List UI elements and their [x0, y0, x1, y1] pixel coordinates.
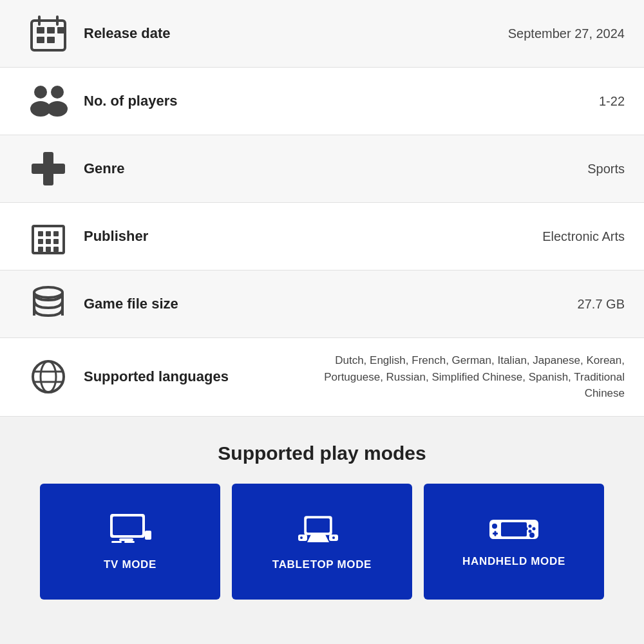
genre-icon — [19, 149, 77, 188]
svg-rect-34 — [111, 541, 122, 543]
svg-point-52 — [529, 533, 535, 538]
globe-icon — [19, 357, 77, 396]
svg-rect-18 — [38, 239, 43, 244]
handheld-mode-card[interactable]: HANDHELD MODE — [424, 484, 604, 600]
handheld-mode-icon — [488, 515, 540, 546]
info-row-genre: GenreSports — [0, 135, 644, 203]
svg-point-27 — [33, 361, 64, 392]
file-size-label: Game file size — [77, 296, 578, 312]
svg-rect-4 — [37, 37, 44, 43]
info-row-release-date: Release dateSeptember 27, 2024 — [0, 0, 644, 68]
svg-point-49 — [533, 527, 536, 531]
svg-point-51 — [525, 527, 528, 531]
svg-rect-38 — [307, 518, 330, 533]
svg-rect-15 — [38, 231, 43, 236]
svg-point-24 — [34, 287, 62, 298]
svg-rect-2 — [47, 27, 55, 33]
tabletop-mode-card[interactable]: TABLETOP MODE — [232, 484, 412, 600]
publisher-icon — [19, 217, 77, 256]
info-table: Release dateSeptember 27, 2024No. of pla… — [0, 0, 644, 417]
languages-label: Supported languages — [77, 368, 316, 385]
genre-value: Sports — [587, 162, 625, 176]
tv-mode-icon — [108, 511, 153, 549]
svg-point-28 — [41, 361, 56, 392]
svg-rect-47 — [495, 531, 497, 536]
info-row-num-players: No. of players1-22 — [0, 68, 644, 135]
play-modes-section: Supported play modes TV MODE TABLETOP MO… — [0, 417, 644, 619]
svg-rect-21 — [38, 247, 43, 252]
num-players-label: No. of players — [77, 93, 599, 109]
info-row-languages: Supported languagesDutch, English, Frenc… — [0, 338, 644, 417]
svg-point-10 — [51, 86, 64, 99]
svg-rect-5 — [47, 37, 55, 43]
svg-rect-17 — [53, 231, 59, 236]
svg-point-50 — [529, 530, 532, 533]
play-modes-grid: TV MODE TABLETOP MODE HANDHELD MODE — [19, 484, 625, 600]
svg-rect-36 — [145, 531, 151, 540]
handheld-mode-label: HANDHELD MODE — [462, 555, 565, 568]
svg-rect-19 — [46, 239, 51, 244]
svg-point-8 — [34, 86, 47, 99]
genre-label: Genre — [77, 160, 587, 177]
tv-mode-label: TV MODE — [104, 558, 156, 571]
publisher-label: Publisher — [77, 228, 542, 245]
svg-rect-23 — [53, 247, 59, 252]
svg-rect-32 — [113, 516, 142, 535]
tv-mode-card[interactable]: TV MODE — [40, 484, 220, 600]
players-icon — [19, 82, 77, 120]
svg-rect-0 — [32, 21, 65, 50]
svg-rect-33 — [119, 538, 133, 541]
publisher-value: Electronic Arts — [542, 229, 625, 244]
svg-rect-3 — [57, 27, 65, 33]
release-date-value: September 27, 2024 — [508, 26, 625, 41]
svg-point-42 — [332, 536, 335, 539]
svg-rect-22 — [46, 247, 51, 252]
svg-rect-20 — [53, 239, 59, 244]
tabletop-mode-icon — [298, 511, 346, 549]
svg-rect-35 — [124, 541, 135, 543]
info-row-publisher: PublisherElectronic Arts — [0, 203, 644, 270]
svg-point-11 — [47, 101, 68, 117]
play-modes-title: Supported play modes — [19, 442, 625, 464]
calendar-icon — [19, 14, 77, 53]
info-row-file-size: Game file size27.7 GB — [0, 270, 644, 338]
database-icon — [19, 285, 77, 323]
num-players-value: 1-22 — [599, 94, 625, 109]
languages-value: Dutch, English, French, German, Italian,… — [316, 352, 625, 402]
tabletop-mode-label: TABLETOP MODE — [272, 558, 372, 571]
svg-rect-16 — [46, 231, 51, 236]
svg-rect-1 — [37, 27, 44, 33]
svg-point-45 — [492, 524, 497, 529]
svg-rect-44 — [501, 522, 527, 536]
svg-point-48 — [529, 525, 532, 528]
release-date-label: Release date — [77, 25, 508, 42]
file-size-value: 27.7 GB — [578, 297, 625, 312]
svg-rect-13 — [32, 164, 65, 174]
svg-point-40 — [300, 536, 303, 539]
